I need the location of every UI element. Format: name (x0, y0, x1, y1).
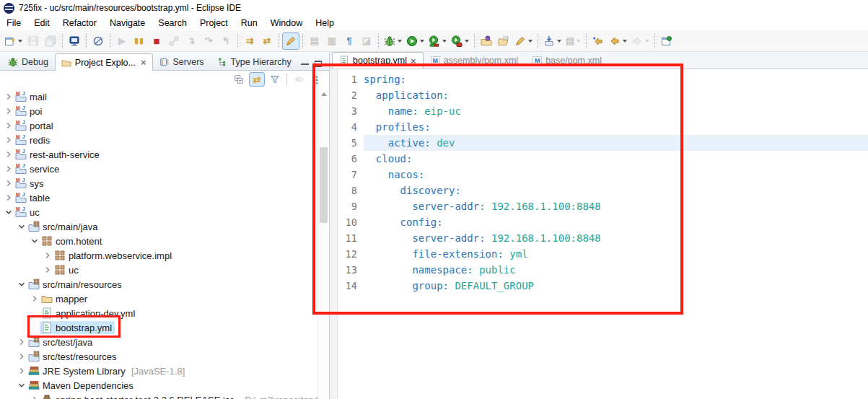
tree-item[interactable]: service (0, 162, 317, 176)
save-button[interactable] (25, 32, 42, 50)
tree-item[interactable]: spring-boot-starter-test-2.2.6.RELEASE.j… (0, 393, 317, 399)
close-icon[interactable]: × (141, 57, 146, 68)
run-button[interactable] (404, 32, 426, 50)
menu-window[interactable]: Window (264, 17, 309, 29)
scrollbar-thumb[interactable] (320, 147, 328, 223)
tree-scrollbar[interactable] (317, 88, 329, 399)
line-number[interactable]: 3 (330, 103, 364, 119)
dropdown-arrow-icon[interactable] (577, 40, 581, 43)
view-tab-project-explo-[interactable]: Project Explo...× (55, 53, 153, 71)
format-button[interactable]: ◪ (358, 32, 375, 50)
chevron-right-icon[interactable] (3, 192, 14, 203)
tree-item[interactable]: platform.webservice.impl (0, 248, 317, 263)
open-task-button[interactable] (478, 32, 495, 50)
menu-navigate[interactable]: Navigate (103, 17, 152, 29)
tree-item[interactable]: mapper (0, 291, 317, 306)
profile-button[interactable] (449, 32, 471, 50)
tree-item[interactable]: portal (0, 118, 317, 133)
chevron-right-icon[interactable] (42, 264, 53, 276)
tree-item[interactable]: com.hotent (0, 234, 317, 248)
menu-search[interactable]: Search (152, 17, 193, 29)
editor-tab-assembly-pom-xml[interactable]: Massembly/pom.xml (424, 52, 526, 69)
chevron-down-icon[interactable] (16, 279, 27, 290)
new-wizard-button[interactable] (2, 32, 25, 50)
code-line[interactable]: 8 discovery: (330, 183, 868, 198)
next-annotation-button[interactable]: ▥ (323, 32, 341, 50)
chevron-right-icon[interactable] (3, 149, 14, 160)
chevron-down-icon[interactable] (16, 380, 27, 391)
chevron-right-icon[interactable] (3, 177, 14, 189)
step-return-button[interactable]: ↰ (217, 32, 234, 50)
dropdown-arrow-icon[interactable] (420, 40, 424, 43)
line-number[interactable]: 5 (330, 135, 364, 151)
filter-button[interactable] (267, 72, 283, 87)
tree-item[interactable]: src/test/java (0, 335, 317, 349)
code-line[interactable]: 7 nacos: (330, 167, 868, 183)
tree-item[interactable]: src/test/resources (0, 349, 317, 364)
dropdown-arrow-icon[interactable] (18, 40, 22, 43)
tree-item[interactable]: poi (0, 104, 317, 118)
chevron-right-icon[interactable] (3, 120, 14, 131)
last-edit-location-button[interactable] (589, 32, 607, 50)
tree-item[interactable]: application-dev.yml (0, 306, 317, 320)
line-number[interactable]: 14 (330, 278, 364, 294)
tree-item[interactable]: redis (0, 133, 317, 147)
line-number[interactable]: 2 (330, 87, 364, 103)
use-step-filters-button[interactable]: ⇄ (258, 32, 276, 50)
dropdown-arrow-icon[interactable] (623, 40, 627, 43)
chevron-right-icon[interactable] (42, 250, 53, 261)
suspend-button[interactable]: ▮▮ (131, 32, 148, 50)
line-number[interactable]: 7 (330, 167, 364, 183)
view-tab-servers[interactable]: Servers (153, 53, 211, 70)
tree-item[interactable]: sys (0, 176, 317, 190)
line-number[interactable]: 9 (330, 198, 364, 214)
pin-editor-button[interactable] (658, 32, 675, 50)
code-line[interactable]: 11 server-addr: 192.168.1.100:8848 (330, 230, 868, 246)
code-line[interactable]: 4 profiles: (330, 119, 868, 135)
chevron-right-icon[interactable] (29, 394, 40, 399)
dropdown-arrow-icon[interactable] (528, 40, 532, 43)
line-number[interactable]: 4 (330, 119, 364, 135)
view-menu-button[interactable]: ⋮ (309, 72, 325, 87)
line-number[interactable]: 12 (330, 246, 364, 262)
view-tab-debug[interactable]: Debug (1, 53, 55, 70)
view-tab-type-hierarchy[interactable]: Type Hierarchy (211, 53, 298, 70)
menu-project[interactable]: Project (193, 17, 234, 29)
tree-item[interactable]: bootstrap.yml (0, 320, 317, 335)
menu-refactor[interactable]: Refactor (56, 17, 103, 29)
line-number[interactable]: 11 (330, 230, 364, 246)
mark-occurrences-button[interactable] (282, 32, 299, 50)
new-document-button[interactable]: ▤ (564, 32, 583, 50)
line-number[interactable]: 8 (330, 183, 364, 198)
chevron-right-icon[interactable] (3, 134, 14, 146)
code-line[interactable]: 5 active: dev (330, 135, 868, 151)
skip-all-breakpoints-button[interactable] (89, 32, 107, 50)
step-over-button[interactable]: ↷ (200, 32, 217, 50)
code-line[interactable]: 3 name: eip-uc (330, 103, 868, 119)
step-into-button[interactable]: ↴ (183, 32, 200, 50)
chevron-down-icon[interactable] (3, 206, 14, 218)
code-line[interactable]: 9 server-addr: 192.168.1.100:8848 (330, 198, 868, 214)
tree-item[interactable]: src/main/resources (0, 277, 317, 291)
dropdown-arrow-icon[interactable] (557, 40, 561, 43)
disconnect-button[interactable] (165, 32, 183, 50)
tree-item[interactable]: mail (0, 89, 317, 104)
menu-file[interactable]: File (0, 17, 27, 29)
tree-item[interactable]: src/main/java (0, 219, 317, 234)
tree-item[interactable]: JRE System Library[JavaSE-1.8] (0, 364, 317, 378)
editor-body[interactable]: 1spring:2 application:3 name: eip-uc4 pr… (330, 69, 868, 399)
menu-help[interactable]: Help (309, 17, 341, 29)
code-line[interactable]: 10 config: (330, 214, 868, 230)
open-folder-button[interactable] (495, 32, 512, 50)
code-line[interactable]: 13 namespace: public (330, 262, 868, 278)
dropdown-arrow-icon[interactable] (442, 40, 447, 43)
tree-item[interactable]: rest-auth-service (0, 147, 317, 162)
tree-item[interactable]: Maven Dependencies (0, 378, 317, 393)
close-icon[interactable]: × (411, 56, 416, 66)
collapse-all-button[interactable] (231, 72, 247, 87)
open-console-button[interactable] (66, 32, 83, 50)
forward-button[interactable] (629, 32, 652, 50)
dropdown-arrow-icon[interactable] (465, 40, 469, 43)
chevron-right-icon[interactable] (3, 105, 14, 117)
code-line[interactable]: 2 application: (330, 87, 868, 103)
